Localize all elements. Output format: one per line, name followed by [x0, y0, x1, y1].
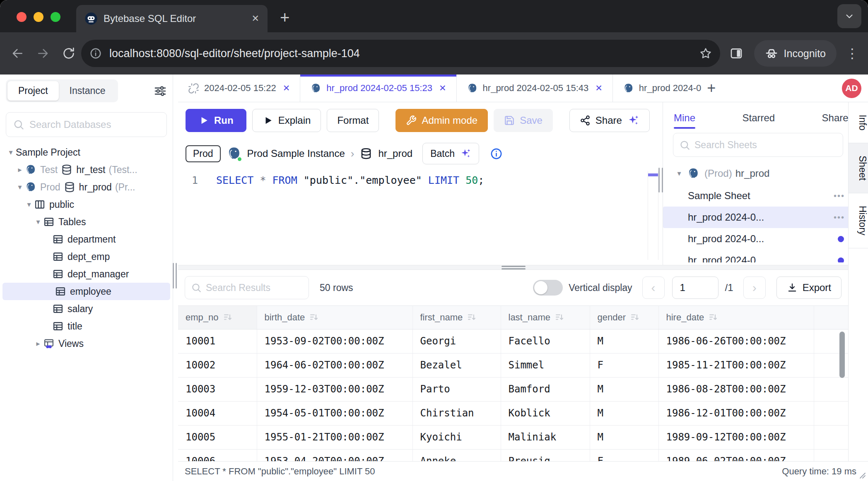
tree-item-views[interactable]: ▸Views — [0, 335, 173, 352]
table-cell[interactable]: F — [590, 353, 658, 377]
table-cell[interactable]: Preusig — [501, 449, 590, 461]
sort-icon[interactable] — [630, 312, 640, 322]
side-tab-history[interactable]: History — [849, 193, 868, 248]
site-info-icon[interactable] — [89, 47, 102, 60]
previous-page-button[interactable]: ‹ — [642, 277, 665, 299]
info-icon[interactable] — [490, 147, 503, 160]
table-cell[interactable]: 10001 — [178, 329, 257, 353]
table-cell[interactable]: Facello — [501, 329, 590, 353]
tree-item-employee[interactable]: employee — [2, 283, 170, 300]
window-maximize-button[interactable] — [51, 12, 60, 22]
side-tab-sheet[interactable]: Sheet — [849, 143, 868, 193]
table-cell[interactable]: 1989-06-02T00:00:00Z — [658, 449, 814, 461]
admin-mode-button[interactable]: Admin mode — [395, 109, 488, 132]
sheet-tab-3[interactable]: hr_prod 2024-0 — [613, 75, 701, 102]
sheet-item[interactable]: Sample Sheet••• — [663, 185, 851, 207]
tree-item-hr-prod[interactable]: ▾Prodhr_prod(Pr... — [0, 178, 173, 196]
address-bar[interactable]: localhost:8080/sql-editor/sheet/project-… — [81, 40, 720, 67]
sort-icon[interactable] — [223, 312, 233, 322]
window-close-button[interactable] — [17, 12, 27, 22]
sheet-tab-1[interactable]: hr_prod 2024-02-05 15:23✕ — [300, 75, 456, 102]
table-cell[interactable]: M — [590, 425, 658, 449]
tree-item-sample-project[interactable]: ▾Sample Project — [0, 144, 173, 161]
tree-item-title[interactable]: title — [0, 317, 173, 335]
table-cell[interactable]: 1953-09-02T00:00:00Z — [257, 329, 412, 353]
table-cell[interactable]: 1964-06-02T00:00:00Z — [257, 353, 412, 377]
results-search[interactable] — [185, 276, 309, 299]
column-header-birth_date[interactable]: birth_date — [257, 306, 412, 329]
sort-icon[interactable] — [555, 312, 564, 322]
drag-handle[interactable] — [502, 266, 526, 269]
sort-icon[interactable] — [708, 312, 718, 322]
table-cell[interactable]: 1986-08-28T00:00:00Z — [658, 377, 814, 401]
explain-button[interactable]: Explain — [252, 109, 321, 132]
database-search-input[interactable] — [29, 119, 160, 130]
table-cell[interactable]: 1955-01-21T00:00:00Z — [257, 425, 412, 449]
share-button[interactable]: Share — [569, 109, 650, 132]
results-split-divider[interactable] — [178, 265, 868, 270]
tree-item-salary[interactable]: salary — [0, 300, 173, 317]
table-cell[interactable]: 1985-11-21T00:00:00Z — [658, 353, 814, 377]
sort-icon[interactable] — [309, 312, 319, 322]
window-minimize-button[interactable] — [34, 12, 43, 22]
table-cell[interactable]: 10002 — [178, 353, 257, 377]
panel-resize-handle[interactable] — [658, 168, 663, 192]
tree-item-tables[interactable]: ▾Tables — [0, 213, 173, 231]
column-header-emp_no[interactable]: emp_no — [178, 306, 257, 329]
sheet-item[interactable]: hr_prod 2024-0... — [663, 228, 851, 250]
forward-button[interactable] — [36, 47, 50, 60]
format-button[interactable]: Format — [327, 109, 379, 132]
batch-button[interactable]: Batch — [422, 143, 479, 164]
table-cell[interactable]: 10005 — [178, 425, 257, 449]
sidebar-tab-project[interactable]: Project — [7, 81, 59, 101]
side-panel-icon[interactable] — [729, 46, 743, 60]
tree-item-department[interactable]: department — [0, 231, 173, 248]
browser-tab-close-icon[interactable]: ✕ — [252, 13, 259, 24]
side-tab-info[interactable]: Info — [849, 102, 868, 143]
database-search[interactable] — [6, 112, 167, 137]
sidebar-tab-instance[interactable]: Instance — [59, 81, 116, 101]
column-header-last_name[interactable]: last_name — [501, 306, 590, 329]
browser-tab[interactable]: Bytebase SQL Editor ✕ — [76, 5, 268, 32]
filter-settings-icon[interactable] — [154, 84, 167, 98]
browser-menu-icon[interactable]: ⋮ — [846, 46, 859, 61]
reload-button[interactable] — [62, 47, 75, 60]
table-cell[interactable]: M — [590, 377, 658, 401]
export-button[interactable]: Export — [776, 277, 841, 299]
sheet-tab-0[interactable]: 2024-02-05 15:22✕ — [178, 75, 300, 102]
back-button[interactable] — [11, 47, 24, 60]
tree-item-hr-test[interactable]: ▸Testhr_test(Test... — [0, 161, 173, 178]
table-cell[interactable]: Parto — [412, 377, 501, 401]
sidebar-resize-handle[interactable] — [173, 263, 178, 289]
sheet-item[interactable]: hr_prod 2024-0...••• — [663, 207, 851, 228]
add-sheet-button[interactable]: + — [701, 81, 721, 96]
tab-search-button[interactable] — [837, 4, 861, 28]
sheet-tab-2[interactable]: hr_prod 2024-02-05 15:43✕ — [457, 75, 613, 102]
results-search-input[interactable] — [206, 282, 303, 293]
column-header-first_name[interactable]: first_name — [412, 306, 501, 329]
sheet-item[interactable]: hr_prod 2024-0 — [663, 250, 851, 262]
table-cell[interactable]: 1953-04-20T00:00:00Z — [257, 449, 412, 461]
table-cell[interactable]: 10004 — [178, 401, 257, 425]
table-cell[interactable]: 10003 — [178, 377, 257, 401]
sheet-group[interactable]: ▾ (Prod) hr_prod — [663, 162, 868, 185]
table-cell[interactable]: Chirstian — [412, 401, 501, 425]
table-cell[interactable]: Bamford — [501, 377, 590, 401]
close-tab-icon[interactable]: ✕ — [595, 83, 603, 93]
vertical-display-toggle[interactable] — [533, 280, 563, 296]
new-tab-button[interactable]: + — [280, 9, 289, 26]
user-avatar[interactable]: AD — [842, 79, 861, 98]
save-button[interactable]: Save — [494, 109, 553, 132]
table-scrollbar[interactable] — [839, 332, 845, 378]
table-cell[interactable]: 1986-12-01T00:00:00Z — [658, 401, 814, 425]
tree-item-dept-emp[interactable]: dept_emp — [0, 248, 173, 265]
table-cell[interactable]: 10006 — [178, 449, 257, 461]
sheet-search[interactable] — [673, 133, 843, 157]
sort-icon[interactable] — [467, 312, 477, 322]
close-tab-icon[interactable]: ✕ — [283, 83, 290, 93]
tree-item-public[interactable]: ▾public — [0, 196, 173, 213]
table-cell[interactable]: Maliniak — [501, 425, 590, 449]
sheets-tab-starred[interactable]: Starred — [742, 112, 775, 129]
table-cell[interactable]: Koblick — [501, 401, 590, 425]
sheet-search-input[interactable] — [694, 139, 837, 151]
